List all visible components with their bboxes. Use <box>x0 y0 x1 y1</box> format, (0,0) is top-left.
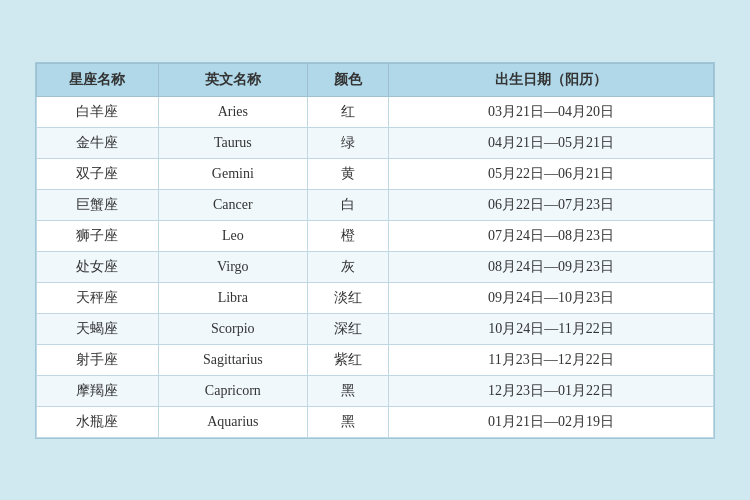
cell-chinese: 摩羯座 <box>37 375 159 406</box>
cell-date: 09月24日—10月23日 <box>389 282 714 313</box>
table-row: 天蝎座 Scorpio 深红 10月24日—11月22日 <box>37 313 714 344</box>
cell-chinese: 水瓶座 <box>37 406 159 437</box>
cell-chinese: 金牛座 <box>37 127 159 158</box>
table-row: 水瓶座 Aquarius 黑 01月21日—02月19日 <box>37 406 714 437</box>
cell-date: 11月23日—12月22日 <box>389 344 714 375</box>
cell-english: Scorpio <box>158 313 307 344</box>
cell-color: 橙 <box>307 220 388 251</box>
cell-color: 黑 <box>307 375 388 406</box>
cell-chinese: 白羊座 <box>37 96 159 127</box>
cell-english: Leo <box>158 220 307 251</box>
cell-chinese: 处女座 <box>37 251 159 282</box>
cell-date: 05月22日—06月21日 <box>389 158 714 189</box>
table-row: 双子座 Gemini 黄 05月22日—06月21日 <box>37 158 714 189</box>
header-english: 英文名称 <box>158 63 307 96</box>
header-chinese: 星座名称 <box>37 63 159 96</box>
header-color: 颜色 <box>307 63 388 96</box>
cell-color: 黄 <box>307 158 388 189</box>
cell-chinese: 巨蟹座 <box>37 189 159 220</box>
table-row: 摩羯座 Capricorn 黑 12月23日—01月22日 <box>37 375 714 406</box>
cell-date: 12月23日—01月22日 <box>389 375 714 406</box>
cell-color: 绿 <box>307 127 388 158</box>
cell-chinese: 射手座 <box>37 344 159 375</box>
cell-date: 06月22日—07月23日 <box>389 189 714 220</box>
cell-date: 08月24日—09月23日 <box>389 251 714 282</box>
cell-english: Cancer <box>158 189 307 220</box>
cell-color: 灰 <box>307 251 388 282</box>
table-row: 天秤座 Libra 淡红 09月24日—10月23日 <box>37 282 714 313</box>
cell-date: 04月21日—05月21日 <box>389 127 714 158</box>
cell-date: 07月24日—08月23日 <box>389 220 714 251</box>
cell-date: 01月21日—02月19日 <box>389 406 714 437</box>
table-header-row: 星座名称 英文名称 颜色 出生日期（阳历） <box>37 63 714 96</box>
cell-color: 紫红 <box>307 344 388 375</box>
table-row: 白羊座 Aries 红 03月21日—04月20日 <box>37 96 714 127</box>
cell-chinese: 双子座 <box>37 158 159 189</box>
header-date: 出生日期（阳历） <box>389 63 714 96</box>
cell-english: Aquarius <box>158 406 307 437</box>
cell-chinese: 天秤座 <box>37 282 159 313</box>
table-row: 金牛座 Taurus 绿 04月21日—05月21日 <box>37 127 714 158</box>
cell-chinese: 狮子座 <box>37 220 159 251</box>
zodiac-table-container: 星座名称 英文名称 颜色 出生日期（阳历） 白羊座 Aries 红 03月21日… <box>35 62 715 439</box>
cell-date: 03月21日—04月20日 <box>389 96 714 127</box>
cell-english: Virgo <box>158 251 307 282</box>
cell-date: 10月24日—11月22日 <box>389 313 714 344</box>
table-row: 处女座 Virgo 灰 08月24日—09月23日 <box>37 251 714 282</box>
cell-english: Capricorn <box>158 375 307 406</box>
table-row: 射手座 Sagittarius 紫红 11月23日—12月22日 <box>37 344 714 375</box>
cell-color: 黑 <box>307 406 388 437</box>
table-row: 狮子座 Leo 橙 07月24日—08月23日 <box>37 220 714 251</box>
cell-english: Gemini <box>158 158 307 189</box>
cell-english: Taurus <box>158 127 307 158</box>
cell-color: 淡红 <box>307 282 388 313</box>
cell-english: Sagittarius <box>158 344 307 375</box>
table-row: 巨蟹座 Cancer 白 06月22日—07月23日 <box>37 189 714 220</box>
zodiac-table: 星座名称 英文名称 颜色 出生日期（阳历） 白羊座 Aries 红 03月21日… <box>36 63 714 438</box>
cell-english: Libra <box>158 282 307 313</box>
cell-color: 白 <box>307 189 388 220</box>
cell-chinese: 天蝎座 <box>37 313 159 344</box>
cell-color: 红 <box>307 96 388 127</box>
cell-color: 深红 <box>307 313 388 344</box>
cell-english: Aries <box>158 96 307 127</box>
